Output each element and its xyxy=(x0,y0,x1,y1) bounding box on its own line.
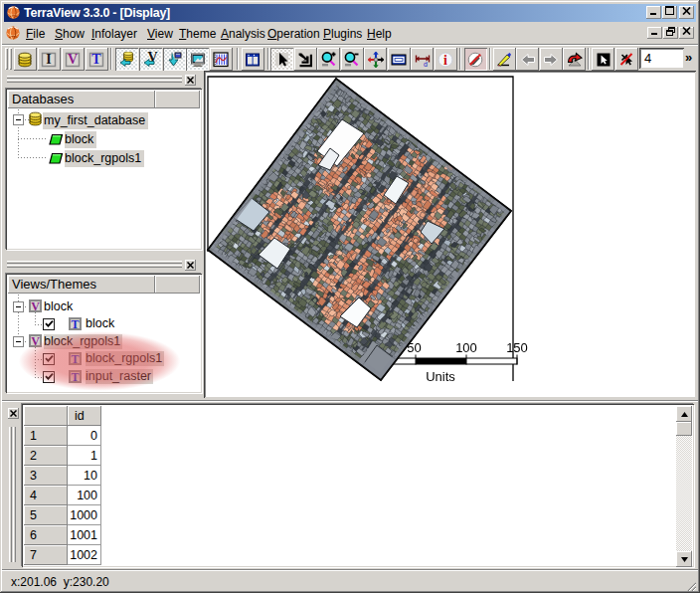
svg-text:i: i xyxy=(443,52,447,67)
svg-text:d: d xyxy=(424,60,428,67)
svg-text:I: I xyxy=(46,52,51,67)
svg-text:150: 150 xyxy=(506,340,528,355)
svg-text:50: 50 xyxy=(407,340,421,355)
svg-text:100: 100 xyxy=(455,340,477,355)
svg-text:V: V xyxy=(68,52,78,67)
svg-text:T: T xyxy=(91,52,101,67)
svg-text:Units: Units xyxy=(426,369,455,384)
